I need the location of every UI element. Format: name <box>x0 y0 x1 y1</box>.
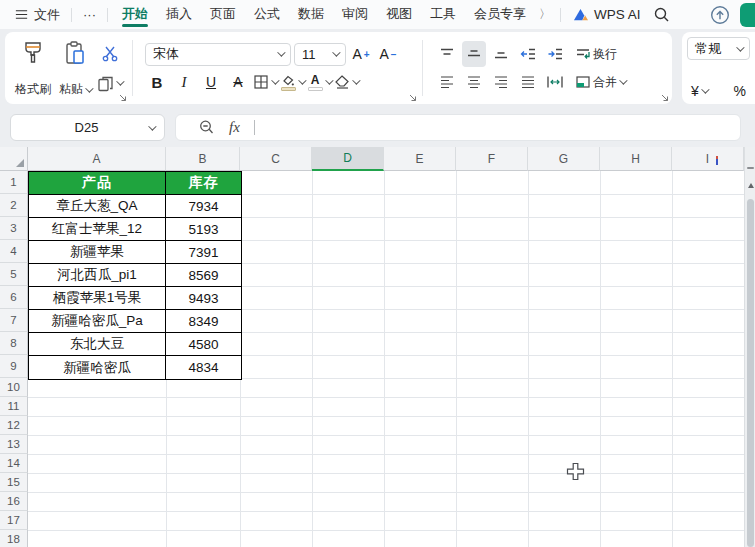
decrease-font-button[interactable]: A− <box>376 41 400 67</box>
row-header-7[interactable]: 7 <box>0 309 28 332</box>
wps-ai-button[interactable]: WPS AI <box>566 7 647 22</box>
menu-tab-8[interactable]: 工具 <box>421 0 465 29</box>
scroll-up-arrow-icon[interactable] <box>748 183 754 188</box>
insert-function-button[interactable]: fx <box>229 119 240 136</box>
table-cell[interactable]: 7934 <box>166 195 241 217</box>
table-cell[interactable]: 新疆哈密瓜_Pa <box>29 310 166 332</box>
menu-tab-5[interactable]: 数据 <box>289 0 333 29</box>
strikethrough-button[interactable]: A <box>226 69 250 95</box>
zoom-out-icon[interactable] <box>198 119 215 136</box>
percent-format-button[interactable]: % <box>730 83 750 99</box>
row-header-3[interactable]: 3 <box>0 217 28 240</box>
row-header-18[interactable]: 18 <box>0 530 28 547</box>
row-header-14[interactable]: 14 <box>0 454 28 473</box>
bold-button[interactable]: B <box>145 69 169 95</box>
menu-tab-2[interactable]: 插入 <box>157 0 201 29</box>
alignment-dialog-launcher[interactable] <box>661 94 669 102</box>
row-header-5[interactable]: 5 <box>0 263 28 286</box>
font-size-combobox[interactable]: 11 <box>294 43 346 66</box>
table-cell[interactable]: 4834 <box>166 356 241 379</box>
row-header-10[interactable]: 10 <box>0 378 28 397</box>
menu-tab-7[interactable]: 视图 <box>377 0 421 29</box>
table-cell[interactable]: 栖霞苹果1号果 <box>29 287 166 309</box>
align-left-button[interactable] <box>435 69 459 95</box>
table-cell[interactable]: 章丘大葱_QA <box>29 195 166 217</box>
table-cell[interactable]: 东北大豆 <box>29 333 166 355</box>
menu-tab-6[interactable]: 审阅 <box>333 0 377 29</box>
merge-cells-button[interactable]: 合并 <box>570 69 630 95</box>
column-header-G[interactable]: G <box>528 147 600 171</box>
row-header-15[interactable]: 15 <box>0 473 28 492</box>
row-header-12[interactable]: 12 <box>0 416 28 435</box>
text-orientation-button[interactable] <box>543 69 567 95</box>
select-all-corner[interactable] <box>0 147 28 171</box>
row-header-17[interactable]: 17 <box>0 511 28 530</box>
table-header-cell[interactable]: 库存 <box>166 172 241 194</box>
copy-button[interactable] <box>97 70 122 96</box>
menu-tab-4[interactable]: 公式 <box>245 0 289 29</box>
align-justify-button[interactable] <box>516 69 540 95</box>
row-header-1[interactable]: 1 <box>0 171 28 194</box>
font-color-button[interactable]: A <box>307 69 331 95</box>
search-button[interactable] <box>647 6 676 23</box>
increase-font-button[interactable]: A+ <box>349 41 373 67</box>
main-menu-button[interactable]: 文件 <box>8 6 66 24</box>
row-header-16[interactable]: 16 <box>0 492 28 511</box>
column-header-C[interactable]: C <box>240 147 312 171</box>
italic-button[interactable]: I <box>172 69 196 95</box>
name-box[interactable]: D25 <box>10 114 165 141</box>
formula-input-area[interactable]: fx <box>175 114 741 141</box>
menu-tab-9[interactable]: 会员专享 <box>465 0 535 29</box>
currency-format-button[interactable]: ¥ <box>687 83 711 99</box>
font-dialog-launcher[interactable] <box>409 94 417 102</box>
table-cell[interactable]: 红富士苹果_12 <box>29 218 166 240</box>
split-handle[interactable] <box>747 167 754 169</box>
align-top-button[interactable] <box>435 41 459 67</box>
row-header-11[interactable]: 11 <box>0 397 28 416</box>
decrease-indent-button[interactable] <box>516 41 540 67</box>
row-header-4[interactable]: 4 <box>0 240 28 263</box>
row-header-6[interactable]: 6 <box>0 286 28 309</box>
column-header-E[interactable]: E <box>384 147 456 171</box>
underline-button[interactable]: U <box>199 69 223 95</box>
wrap-text-button[interactable]: 换行 <box>570 41 622 67</box>
row-header-9[interactable]: 9 <box>0 355 28 378</box>
paste-button[interactable]: 粘贴 <box>55 36 95 100</box>
format-painter-button[interactable]: 格式刷 <box>11 36 55 100</box>
menu-tab-1[interactable]: 开始 <box>113 0 157 29</box>
table-cell[interactable]: 8569 <box>166 264 241 286</box>
row-header-8[interactable]: 8 <box>0 332 28 355</box>
table-cell[interactable]: 新疆哈密瓜 <box>29 356 166 379</box>
font-name-combobox[interactable]: 宋体 <box>145 43 291 66</box>
column-header-I[interactable]: I <box>672 147 744 171</box>
column-header-H[interactable]: H <box>600 147 672 171</box>
table-cell[interactable]: 新疆苹果 <box>29 241 166 263</box>
column-header-B[interactable]: B <box>166 147 240 171</box>
align-bottom-button[interactable] <box>489 41 513 67</box>
number-format-combobox[interactable]: 常规 <box>687 37 750 60</box>
table-cell[interactable]: 4580 <box>166 333 241 355</box>
table-cell[interactable]: 河北西瓜_pi1 <box>29 264 166 286</box>
table-cell[interactable]: 8349 <box>166 310 241 332</box>
align-middle-button[interactable] <box>462 41 486 67</box>
scrollbar-thumb[interactable] <box>747 199 754 547</box>
table-cell[interactable]: 5193 <box>166 218 241 240</box>
row-header-13[interactable]: 13 <box>0 435 28 454</box>
clear-format-button[interactable] <box>334 69 358 95</box>
cut-button[interactable] <box>97 40 122 66</box>
fill-color-button[interactable] <box>280 69 304 95</box>
column-header-D[interactable]: D <box>312 147 384 171</box>
align-right-button[interactable] <box>489 69 513 95</box>
upgrade-badge[interactable] <box>740 3 755 27</box>
ribbon-overflow-chevron[interactable]: 〉 <box>535 6 555 23</box>
row-header-2[interactable]: 2 <box>0 194 28 217</box>
column-header-F[interactable]: F <box>456 147 528 171</box>
align-center-button[interactable] <box>462 69 486 95</box>
borders-button[interactable] <box>253 69 277 95</box>
clipboard-dialog-launcher[interactable] <box>119 94 127 102</box>
vertical-scrollbar[interactable] <box>744 147 755 547</box>
table-cell[interactable]: 9493 <box>166 287 241 309</box>
menu-tab-3[interactable]: 页面 <box>201 0 245 29</box>
cloud-upload-icon[interactable] <box>710 5 730 25</box>
table-cell[interactable]: 7391 <box>166 241 241 263</box>
